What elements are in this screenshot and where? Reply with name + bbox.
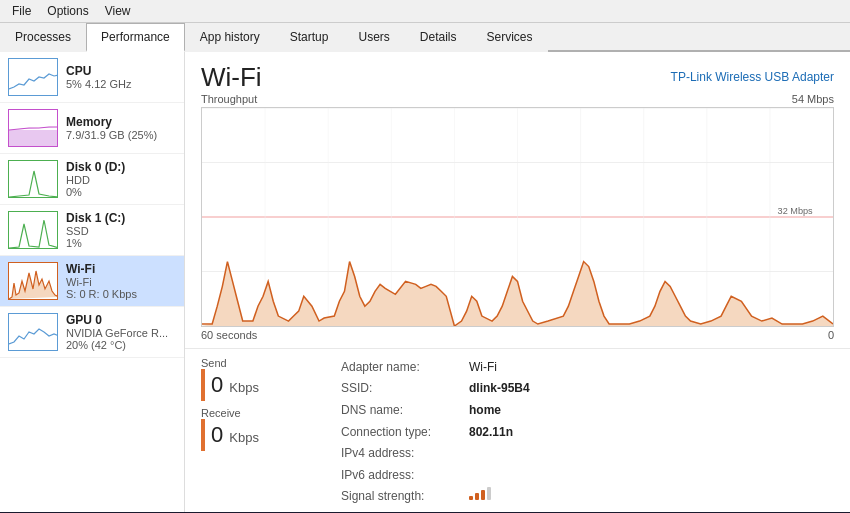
wifi-info: Wi-Fi Wi-Fi S: 0 R: 0 Kbps — [66, 262, 176, 300]
disk1-title: Disk 1 (C:) — [66, 211, 176, 225]
content-header: Wi-Fi TP-Link Wireless USB Adapter — [185, 52, 850, 93]
value-connection-type: 802.11n — [469, 422, 530, 444]
tab-services[interactable]: Services — [472, 23, 548, 52]
menu-view[interactable]: View — [97, 2, 139, 20]
send-bar — [201, 369, 205, 401]
gpu-info: GPU 0 NVIDIA GeForce R... 20% (42 °C) — [66, 313, 176, 351]
signal-bar-1 — [469, 496, 473, 500]
gpu-thumbnail — [8, 313, 58, 351]
gpu-sub2: 20% (42 °C) — [66, 339, 176, 351]
tab-details[interactable]: Details — [405, 23, 472, 52]
send-value: 0 Kbps — [211, 372, 259, 398]
info-values: Wi-Fi dlink-95B4 home 802.11n — [469, 357, 530, 508]
memory-thumbnail — [8, 109, 58, 147]
cpu-title: CPU — [66, 64, 176, 78]
gpu-sub1: NVIDIA GeForce R... — [66, 327, 176, 339]
value-ipv6 — [469, 465, 530, 487]
chart-label-row: Throughput 54 Mbps — [201, 93, 834, 105]
label-adapter-name: Adapter name: — [341, 357, 461, 379]
content-area: Wi-Fi TP-Link Wireless USB Adapter Throu… — [185, 52, 850, 512]
svg-rect-0 — [9, 130, 58, 147]
label-ipv4: IPv4 address: — [341, 443, 461, 465]
main-area: CPU 5% 4.12 GHz Memory 7.9/31.9 GB (25%) — [0, 52, 850, 512]
receive-label: Receive — [201, 407, 321, 419]
disk0-sub1: HDD — [66, 174, 176, 186]
label-dns: DNS name: — [341, 400, 461, 422]
send-recv-panel: Send 0 Kbps Receive 0 Kbps — [201, 357, 321, 508]
sidebar-item-disk0[interactable]: Disk 0 (D:) HDD 0% — [0, 154, 184, 205]
memory-title: Memory — [66, 115, 176, 129]
stats-section: Send 0 Kbps Receive 0 Kbps Adapter name:… — [185, 348, 850, 512]
content-adapter: TP-Link Wireless USB Adapter — [671, 70, 834, 84]
gpu-title: GPU 0 — [66, 313, 176, 327]
tab-performance[interactable]: Performance — [86, 23, 185, 52]
value-adapter-name: Wi-Fi — [469, 357, 530, 379]
sidebar-item-gpu[interactable]: GPU 0 NVIDIA GeForce R... 20% (42 °C) — [0, 307, 184, 358]
tab-app-history[interactable]: App history — [185, 23, 275, 52]
send-label: Send — [201, 357, 321, 369]
sidebar-item-cpu[interactable]: CPU 5% 4.12 GHz — [0, 52, 184, 103]
signal-bar-4 — [487, 487, 491, 500]
signal-bar-2 — [475, 493, 479, 500]
label-ssid: SSID: — [341, 378, 461, 400]
disk0-sub2: 0% — [66, 186, 176, 198]
sidebar-item-disk1[interactable]: Disk 1 (C:) SSD 1% — [0, 205, 184, 256]
cpu-info: CPU 5% 4.12 GHz — [66, 64, 176, 90]
tab-startup[interactable]: Startup — [275, 23, 344, 52]
time-label: 60 seconds — [201, 329, 257, 341]
chart-svg: 32 Mbps — [202, 108, 833, 326]
wifi-title: Wi-Fi — [66, 262, 176, 276]
info-labels: Adapter name: SSID: DNS name: Connection… — [341, 357, 461, 508]
menu-bar: File Options View — [0, 0, 850, 23]
receive-row: 0 Kbps — [201, 419, 321, 451]
label-ipv6: IPv6 address: — [341, 465, 461, 487]
receive-bar — [201, 419, 205, 451]
sidebar-item-memory[interactable]: Memory 7.9/31.9 GB (25%) — [0, 103, 184, 154]
adapter-info-panel: Adapter name: SSID: DNS name: Connection… — [341, 357, 530, 508]
disk1-sub1: SSD — [66, 225, 176, 237]
receive-value: 0 Kbps — [211, 422, 259, 448]
max-label: 54 Mbps — [792, 93, 834, 105]
memory-info: Memory 7.9/31.9 GB (25%) — [66, 115, 176, 141]
signal-bar-3 — [481, 490, 485, 500]
value-signal — [469, 486, 530, 508]
chart-wrap: 32 Mbps — [201, 107, 834, 327]
sidebar: CPU 5% 4.12 GHz Memory 7.9/31.9 GB (25%) — [0, 52, 185, 512]
sidebar-item-wifi[interactable]: Wi-Fi Wi-Fi S: 0 R: 0 Kbps — [0, 256, 184, 307]
tab-users[interactable]: Users — [343, 23, 404, 52]
send-row: 0 Kbps — [201, 369, 321, 401]
disk0-thumbnail — [8, 160, 58, 198]
disk0-title: Disk 0 (D:) — [66, 160, 176, 174]
disk0-info: Disk 0 (D:) HDD 0% — [66, 160, 176, 198]
label-connection-type: Connection type: — [341, 422, 461, 444]
disk1-thumbnail — [8, 211, 58, 249]
svg-text:32 Mbps: 32 Mbps — [778, 206, 814, 216]
disk1-sub2: 1% — [66, 237, 176, 249]
wifi-sub2: S: 0 R: 0 Kbps — [66, 288, 176, 300]
value-ssid: dlink-95B4 — [469, 378, 530, 400]
menu-file[interactable]: File — [4, 2, 39, 20]
chart-bottom-row: 60 seconds 0 — [201, 329, 834, 341]
value-dns: home — [469, 400, 530, 422]
cpu-thumbnail — [8, 58, 58, 96]
value-ipv4 — [469, 443, 530, 465]
throughput-label: Throughput — [201, 93, 257, 105]
disk1-info: Disk 1 (C:) SSD 1% — [66, 211, 176, 249]
wifi-sub1: Wi-Fi — [66, 276, 176, 288]
signal-bars — [469, 486, 491, 500]
menu-options[interactable]: Options — [39, 2, 96, 20]
content-title: Wi-Fi — [201, 62, 262, 93]
tab-processes[interactable]: Processes — [0, 23, 86, 52]
chart-container: Throughput 54 Mbps — [185, 93, 850, 348]
wifi-thumbnail — [8, 262, 58, 300]
zero-label: 0 — [828, 329, 834, 341]
memory-subtitle: 7.9/31.9 GB (25%) — [66, 129, 176, 141]
label-signal: Signal strength: — [341, 486, 461, 508]
tab-bar: Processes Performance App history Startu… — [0, 23, 850, 52]
cpu-subtitle: 5% 4.12 GHz — [66, 78, 176, 90]
